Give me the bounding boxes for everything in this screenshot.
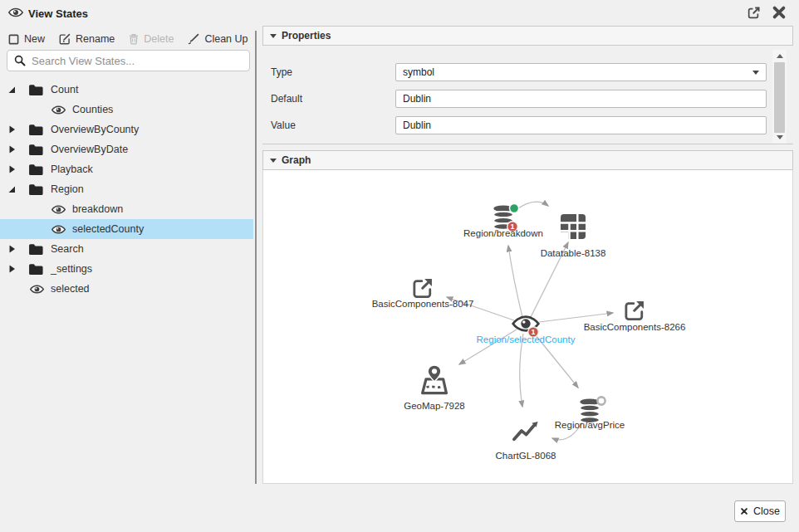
graph-node-basiccomponents-8266[interactable]: BasicComponents-8266 — [584, 301, 686, 332]
type-select-value: symbol — [403, 66, 434, 78]
tree-item-_settings[interactable]: _settings — [0, 259, 253, 279]
graph-node-region-selectedcounty[interactable]: 1Region/selectedCounty — [477, 317, 576, 344]
default-text-input[interactable] — [403, 93, 759, 105]
caret-glyph — [7, 184, 17, 194]
value-field-label: Value — [271, 120, 296, 131]
collapse-caret-icon — [270, 34, 277, 38]
graph-header[interactable]: Graph — [262, 150, 793, 170]
cleanup-button-label: Clean Up — [204, 33, 248, 45]
folder-glyph — [28, 243, 44, 256]
tree-item-overviewbycounty[interactable]: OverviewByCounty — [0, 120, 253, 139]
folder-glyph — [28, 164, 44, 176]
graph-edge-region-selectedcounty-to-region-breakdown — [508, 246, 522, 317]
graph-edge-region-selectedcounty-to-basiccomponents-8266 — [539, 313, 613, 322]
caret-glyph — [7, 244, 17, 254]
type-select[interactable]: symbol — [395, 63, 767, 81]
search-icon — [14, 55, 26, 66]
close-button-label: Close — [753, 505, 780, 517]
tree-item-label: OverviewByCounty — [51, 124, 139, 135]
eye-glyph — [30, 285, 44, 294]
eye-icon — [51, 205, 66, 214]
table-icon — [561, 214, 586, 239]
section-separator — [262, 144, 793, 144]
default-input[interactable] — [395, 90, 767, 108]
type-field-row: Typesymbol — [262, 63, 793, 81]
caret-collapsed-icon[interactable] — [7, 164, 17, 174]
eye-glyph — [51, 205, 66, 214]
tree-item-breakdown[interactable]: breakdown — [0, 199, 253, 219]
tree-item-counties[interactable]: Counties — [0, 100, 253, 120]
graph-node-label: Region/selectedCounty — [477, 334, 576, 344]
close-button[interactable]: Close — [734, 500, 786, 522]
tree-item-playback[interactable]: Playback — [0, 159, 253, 179]
delete-button: Delete — [129, 33, 174, 45]
caret-collapsed-icon[interactable] — [7, 264, 17, 274]
close-icon — [740, 507, 748, 515]
eye-icon — [30, 285, 44, 294]
cleanup-button[interactable]: Clean Up — [188, 33, 248, 45]
folder-icon — [28, 124, 44, 136]
view-states-tree: CountCountiesOverviewByCountyOverviewByD… — [0, 80, 253, 299]
tree-item-selectedcounty[interactable]: selectedCounty — [0, 219, 253, 239]
tree-item-label: OverviewByDate — [51, 144, 128, 155]
scroll-thumb[interactable] — [774, 62, 785, 133]
graph-node-label: ChartGL-8068 — [496, 451, 556, 461]
folder-glyph — [28, 183, 44, 196]
tree-item-count[interactable]: Count — [0, 80, 253, 100]
scrollbar[interactable] — [772, 50, 787, 144]
properties-header-label: Properties — [282, 30, 331, 41]
scroll-down-icon[interactable] — [777, 135, 783, 139]
graph-node-datatable-8138[interactable]: Datatable-8138 — [541, 214, 606, 258]
caret-expanded-icon[interactable] — [7, 184, 17, 194]
eye-icon — [51, 225, 66, 234]
graph-canvas[interactable]: 1Region/breakdownDatatable-8138BasicComp… — [262, 170, 793, 484]
tree-item-label: selected — [51, 283, 90, 295]
value-input[interactable] — [395, 116, 767, 134]
tree-item-label: _settings — [51, 263, 92, 275]
caret-collapsed-icon[interactable] — [7, 144, 17, 154]
new-button[interactable]: New — [8, 33, 45, 45]
caret-glyph — [7, 144, 17, 154]
search-box — [7, 50, 250, 71]
external-icon — [414, 279, 432, 297]
popout-icon[interactable] — [747, 6, 761, 20]
rename-button-label: Rename — [76, 33, 115, 45]
tree-item-label: breakdown — [72, 203, 123, 215]
folder-icon — [28, 144, 44, 156]
scroll-up-icon[interactable] — [777, 54, 783, 58]
close-icon[interactable] — [772, 5, 787, 20]
rename-button[interactable]: Rename — [59, 33, 115, 45]
folder-icon — [28, 243, 44, 256]
caret-expanded-icon[interactable] — [7, 85, 17, 95]
tree-item-search[interactable]: Search — [0, 239, 253, 259]
eye-icon — [8, 7, 23, 17]
toolbar: NewRenameDeleteClean Up — [8, 31, 248, 47]
graph-node-geomap-7928[interactable]: GeoMap-7928 — [404, 365, 465, 411]
graph-node-label: BasicComponents-8047 — [372, 299, 474, 309]
search-input[interactable] — [32, 55, 243, 67]
graph-node-label: GeoMap-7928 — [404, 401, 465, 411]
delete-button-label: Delete — [144, 33, 174, 45]
map-icon — [423, 365, 447, 393]
folder-glyph — [28, 263, 44, 276]
graph-node-region-breakdown[interactable]: 1Region/breakdown — [463, 204, 543, 239]
eye-glyph — [51, 225, 66, 234]
tree-item-label: selectedCounty — [72, 223, 144, 235]
external-icon — [626, 301, 644, 320]
value-text-input[interactable] — [403, 120, 759, 131]
tree-item-selected[interactable]: selected — [0, 279, 253, 299]
green-status-dot — [510, 204, 519, 213]
graph-node-region-avgprice[interactable]: Region/avgPrice — [555, 397, 625, 430]
caret-collapsed-icon[interactable] — [7, 124, 17, 134]
tree-item-overviewbydate[interactable]: OverviewByDate — [0, 139, 253, 159]
properties-header[interactable]: Properties — [262, 26, 793, 46]
graph-node-basiccomponents-8047[interactable]: BasicComponents-8047 — [372, 279, 474, 309]
graph-node-chartgl-8068[interactable]: ChartGL-8068 — [496, 422, 556, 461]
graph-node-label: Region/avgPrice — [555, 420, 625, 430]
tree-item-region[interactable]: Region — [0, 179, 253, 199]
page-title: View States — [28, 7, 88, 20]
tree-item-label: Counties — [72, 104, 113, 115]
caret-collapsed-icon[interactable] — [7, 244, 17, 254]
caret-glyph — [7, 164, 17, 174]
folder-icon — [28, 164, 44, 176]
